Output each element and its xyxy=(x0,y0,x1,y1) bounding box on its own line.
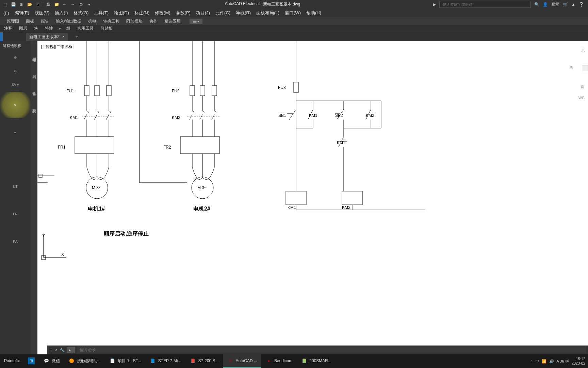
palette-header[interactable]: · 所有选项板 xyxy=(0,42,31,50)
menu-bar: (F) 编辑(E) 视图(V) 插入(I) 格式(O) 工具(T) 绘图(D) … xyxy=(0,9,588,17)
menu-file[interactable]: (F) xyxy=(1,9,12,17)
login-link[interactable]: 登录 xyxy=(551,1,559,7)
panel-clipboard[interactable]: 剪贴板 xyxy=(97,25,116,32)
start-tab[interactable] xyxy=(0,32,3,41)
taskbar-project[interactable]: 📄项目 1 - ST... xyxy=(105,354,145,368)
panel-blocks[interactable]: 块 xyxy=(31,25,42,32)
system-tray[interactable]: ^ 🛡 📶 🔊 A 36 拼 15:122023-02 xyxy=(530,357,588,366)
tray-net-icon[interactable]: 📶 xyxy=(542,359,546,364)
palette-sym-kt[interactable]: KT xyxy=(0,174,31,200)
command-bar: ⋮ × 🔧 ▸_ xyxy=(47,346,588,354)
taskbar-s7200[interactable]: 📕S7-200 S... xyxy=(185,354,223,368)
chevron-down-icon[interactable]: ▾ xyxy=(86,1,92,7)
cart-icon[interactable]: 🛒 xyxy=(563,2,568,7)
menu-window[interactable]: 窗口(W) xyxy=(282,9,304,17)
svg-rect-24 xyxy=(200,86,205,96)
tab-mech[interactable]: 机电 xyxy=(85,17,100,26)
tab-panel[interactable]: 面板 xyxy=(22,17,37,26)
svg-text:FU1: FU1 xyxy=(66,89,74,93)
taskbar-bandicam[interactable]: ●Bandicam xyxy=(261,354,296,368)
tab-convert[interactable]: 转换工具 xyxy=(100,17,123,26)
command-input[interactable] xyxy=(77,347,586,353)
drawing-canvas[interactable]: [-][俯视][二维线框] xyxy=(37,41,588,354)
panel-chevron[interactable]: » xyxy=(56,25,63,32)
taskbar-pointofix[interactable]: Pointofix xyxy=(0,354,24,368)
menu-modify[interactable]: 修改(M) xyxy=(152,9,173,17)
help-icon[interactable]: ❔ xyxy=(579,2,584,7)
palette-side-tabs: 电工器件回 别名 修改 联想 xyxy=(31,41,37,354)
taskbar-contactor[interactable]: 🟠接触器辅助... xyxy=(64,354,105,368)
menu-insert[interactable]: 插入(I) xyxy=(52,9,70,17)
palette-sym-sa[interactable]: SA ∨ xyxy=(0,78,31,91)
open-icon[interactable]: 📂 xyxy=(27,1,33,7)
panel-annotate[interactable]: 注释 xyxy=(1,25,16,32)
svg-text:M 3~: M 3~ xyxy=(197,185,207,190)
menu-panel[interactable]: 面板布局(L) xyxy=(254,9,282,17)
panel-group[interactable]: 组 xyxy=(63,25,74,32)
autodesk-icon[interactable]: ▲ xyxy=(571,2,575,7)
palette-sym-ka[interactable]: KA xyxy=(0,228,31,254)
taskbar-clock[interactable]: 15:122023-02 xyxy=(572,357,585,366)
tab-report[interactable]: 报告 xyxy=(37,17,52,26)
svg-text:KM1: KM1 xyxy=(70,115,78,120)
print-icon[interactable]: 🖶 xyxy=(45,1,51,7)
tab-collab[interactable]: 协作 xyxy=(146,17,161,26)
palette-sym-selected[interactable]: ↖ xyxy=(0,92,31,118)
tab-io[interactable]: 输入/输出数据 xyxy=(52,17,85,26)
folder-icon[interactable]: 📁 xyxy=(53,1,60,7)
palette-sym-1[interactable]: ⊙ xyxy=(0,65,31,77)
palette-sym-4[interactable]: ∞ xyxy=(0,119,31,145)
undo-icon[interactable]: ← xyxy=(62,1,68,7)
panel-utils[interactable]: 实用工具 xyxy=(74,25,97,32)
gear-icon[interactable]: ⚙ xyxy=(78,1,84,7)
tray-ime[interactable]: A 36 拼 xyxy=(557,359,569,364)
panel-layers[interactable]: 图层 xyxy=(16,25,31,32)
palette-sym-fr[interactable]: FR xyxy=(0,201,31,227)
taskbar-step7[interactable]: 📘STEP 7-Mi... xyxy=(145,354,185,368)
share-icon[interactable]: ▶ xyxy=(433,2,436,7)
menu-param[interactable]: 参数(P) xyxy=(173,9,193,17)
menu-format[interactable]: 格式(O) xyxy=(71,9,92,17)
menu-comp[interactable]: 元件(C) xyxy=(213,9,233,17)
svg-text:KM1: KM1 xyxy=(337,140,345,145)
search-icon[interactable]: 🔍 xyxy=(534,2,539,7)
save-icon[interactable]: 💾 xyxy=(10,1,16,7)
taskbar-200smart[interactable]: 📗200SMAR... xyxy=(296,354,336,368)
palette-sym-0[interactable]: ⊙ xyxy=(0,51,31,63)
menu-wire[interactable]: 导线(R) xyxy=(233,9,254,17)
search-box[interactable] xyxy=(439,1,531,8)
palette-sym-5[interactable] xyxy=(0,147,31,172)
menu-draw[interactable]: 绘图(D) xyxy=(111,9,132,17)
tray-secure-icon[interactable]: 🛡 xyxy=(535,359,539,363)
cmd-history-icon[interactable]: ⋮ xyxy=(49,348,53,352)
tab-schematic[interactable]: 原理图 xyxy=(3,17,22,26)
tab-addon[interactable]: 附加模块 xyxy=(123,17,146,26)
search-input[interactable] xyxy=(439,1,531,8)
phone-icon[interactable]: 📱 xyxy=(35,1,41,7)
menu-project[interactable]: 项目(J) xyxy=(193,9,213,17)
save-all-icon[interactable]: 🗎 xyxy=(18,1,24,7)
menu-help[interactable]: 帮助(H) xyxy=(304,9,324,17)
close-icon[interactable]: × xyxy=(62,34,65,39)
taskbar-wechat[interactable]: 💬微信 xyxy=(39,354,64,368)
tab-toggle[interactable]: ▬ ▾ xyxy=(190,19,202,24)
svg-text:KM1: KM1 xyxy=(288,205,296,210)
taskbar-autocad[interactable]: AAutoCAD ... xyxy=(223,354,261,368)
user-icon[interactable]: 👤 xyxy=(543,2,548,7)
cmd-close-icon[interactable]: × xyxy=(55,348,58,352)
menu-dimension[interactable]: 标注(N) xyxy=(132,9,152,17)
tab-featured[interactable]: 精选应用 xyxy=(161,17,184,26)
new-file-tab[interactable]: + xyxy=(74,33,80,40)
taskbar-calc[interactable]: ⊞ xyxy=(24,354,39,368)
panel-props[interactable]: 特性 xyxy=(42,25,56,32)
tray-chevron-icon[interactable]: ^ xyxy=(530,359,532,363)
menu-view[interactable]: 视图(V) xyxy=(32,9,52,17)
tray-vol-icon[interactable]: 🔊 xyxy=(549,359,554,364)
menu-edit[interactable]: 编辑(E) xyxy=(12,9,32,17)
file-tab[interactable]: 新电工画图版本* × xyxy=(26,33,68,41)
view-cube[interactable]: 北 西 南 WC xyxy=(568,41,588,354)
menu-tools[interactable]: 工具(T) xyxy=(91,9,111,17)
cmd-wrench-icon[interactable]: 🔧 xyxy=(60,348,65,352)
menu-icon[interactable]: ⬚ xyxy=(2,1,8,7)
redo-icon[interactable]: → xyxy=(70,1,76,7)
